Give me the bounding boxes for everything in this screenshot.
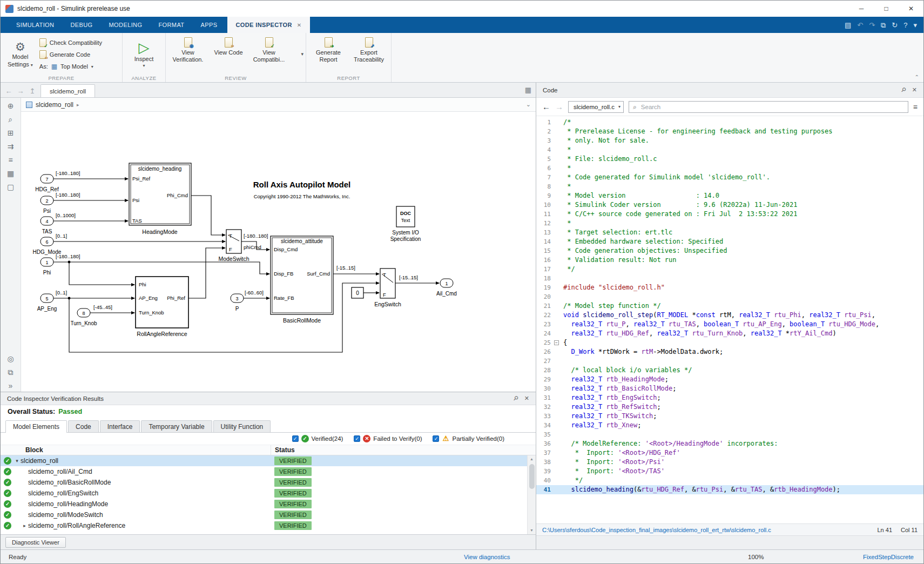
viewmarks-icon[interactable]: ⧉ bbox=[8, 368, 14, 376]
table-row[interactable]: ✓slcidemo_roll/Ail_CmdVERIFIED bbox=[1, 466, 536, 477]
filter-verified[interactable]: ✓✓Verified(24) bbox=[292, 435, 343, 442]
block-constant-zero[interactable]: 0 bbox=[352, 287, 363, 298]
export-traceability-button[interactable]: Export Traceability bbox=[350, 36, 388, 73]
outport-ail-cmd[interactable]: 1 Ail_Cmd bbox=[436, 279, 457, 297]
file-dropdown[interactable]: slcidemo_roll.c ▾ bbox=[568, 101, 624, 113]
fit-view-icon[interactable]: ⊞ bbox=[8, 129, 14, 137]
undo-icon[interactable]: ↶ bbox=[857, 22, 863, 29]
browse-icon[interactable]: ⊕ bbox=[8, 102, 14, 110]
annotation-icon[interactable]: ≡ bbox=[8, 156, 12, 164]
ribbon-tab-apps[interactable]: APPS bbox=[192, 17, 225, 33]
results-tab-interface[interactable]: Interface bbox=[100, 420, 140, 432]
filter-failed[interactable]: ✓✕Failed to Verify(0) bbox=[354, 435, 422, 442]
checkbox-failed[interactable]: ✓ bbox=[354, 435, 360, 442]
close-button[interactable]: ✕ bbox=[899, 1, 923, 17]
redo-icon[interactable]: ↷ bbox=[869, 22, 875, 29]
block-heading-mode[interactable]: slcidemo_heading Psi_Ref Psi TAS Phi_Cmd… bbox=[129, 163, 191, 235]
inport-turn-knob[interactable]: 8 Turn_Knob [-45..45] bbox=[70, 304, 112, 326]
view-compatibility-button[interactable]: View Compatibi... bbox=[250, 36, 288, 73]
block-diagram[interactable]: Roll Axis Autopilot Model Copyright 1990… bbox=[21, 112, 536, 392]
capture-icon[interactable]: ⧉ bbox=[881, 22, 886, 29]
column-status[interactable]: Status bbox=[271, 445, 527, 455]
expand-strip-icon[interactable]: » bbox=[9, 382, 13, 390]
diagnostic-viewer-button[interactable]: Diagnostic Viewer bbox=[5, 537, 66, 548]
table-scrollbar[interactable]: ▲ ▼ bbox=[527, 455, 536, 534]
more-icon[interactable]: ▾ bbox=[913, 22, 917, 29]
update-model-icon[interactable]: ↻ bbox=[892, 22, 898, 29]
generate-report-button[interactable]: Generate Report bbox=[309, 36, 347, 73]
file-path[interactable]: C:\Users\sferdous\Code_inspection_final_… bbox=[542, 527, 868, 533]
code-forward-icon[interactable]: → bbox=[555, 103, 563, 111]
image-icon[interactable]: ▦ bbox=[7, 170, 14, 177]
inport-ap-eng[interactable]: 5 AP_Eng [0..1] bbox=[37, 290, 67, 312]
results-tab-utility-function[interactable]: Utility Function bbox=[213, 420, 271, 432]
scrollbar-thumb[interactable] bbox=[529, 464, 535, 489]
expander-icon[interactable]: ▾ bbox=[14, 458, 21, 464]
results-tab-model-elements[interactable]: Model Elements bbox=[5, 420, 67, 433]
code-editor[interactable]: 1/*2 * Prerelease License - for engineer… bbox=[536, 116, 923, 523]
results-tab-code[interactable]: Code bbox=[68, 420, 99, 432]
pin-icon[interactable]: ⚲ bbox=[511, 394, 520, 402]
block-roll-angle-reference[interactable]: Phi AP_Eng Turn_Knob Phi_Ref RollAngleRe… bbox=[136, 277, 188, 337]
view-verification-button[interactable]: View Verification. bbox=[169, 36, 207, 73]
check-compatibility-button[interactable]: Check Compatibility bbox=[39, 37, 102, 48]
inport-p[interactable]: 3 P [-60..60] bbox=[231, 290, 264, 312]
view-code-button[interactable]: View Code bbox=[210, 36, 247, 73]
inport-phi[interactable]: 1 Phi [-180..180] bbox=[41, 253, 80, 276]
ribbon-tab-format[interactable]: FORMAT bbox=[150, 17, 192, 33]
forward-icon[interactable]: → bbox=[15, 84, 26, 97]
solver-name[interactable]: FixedStepDiscrete bbox=[863, 554, 914, 560]
search-input[interactable] bbox=[640, 103, 904, 111]
inport-hdg-mode[interactable]: 6 HDG_Mode [0..1] bbox=[33, 233, 68, 255]
fold-icon[interactable]: − bbox=[554, 340, 559, 345]
expander-icon[interactable]: ▸ bbox=[21, 523, 28, 528]
code-back-icon[interactable]: ← bbox=[542, 103, 550, 111]
results-tab-temporary-variable[interactable]: Temporary Variable bbox=[141, 420, 212, 432]
back-icon[interactable]: ← bbox=[3, 84, 15, 97]
ribbon-tab-code-inspector[interactable]: CODE INSPECTOR✕ bbox=[227, 17, 309, 33]
checkbox-partial[interactable]: ✓ bbox=[433, 435, 439, 442]
table-row[interactable]: ✓slcidemo_roll/EngSwitchVERIFIED bbox=[1, 488, 536, 499]
inport-psi[interactable]: 2 Psi [-180..180] bbox=[41, 192, 80, 214]
area-icon[interactable]: ▢ bbox=[7, 183, 14, 191]
zoom-icon[interactable]: ⌕ bbox=[9, 116, 13, 123]
checkbox-verified[interactable]: ✓ bbox=[292, 435, 299, 442]
minimize-button[interactable]: ─ bbox=[849, 1, 874, 17]
menu-icon[interactable]: ≡ bbox=[913, 103, 918, 111]
model-document-tab[interactable]: slcidemo_roll bbox=[41, 84, 95, 97]
code-close-icon[interactable]: ✕ bbox=[912, 86, 917, 93]
ribbon-tab-debug[interactable]: DEBUG bbox=[62, 17, 100, 33]
block-basic-roll-mode[interactable]: slcidemo_attitude Disp_Cmd Disp_FB Rate_… bbox=[271, 236, 333, 324]
model-settings-button[interactable]: ⚙ Model Settings ▾ bbox=[4, 36, 37, 73]
inspect-button[interactable]: ▷ Inspect ▾ bbox=[131, 36, 157, 73]
close-panel-icon[interactable]: ✕ bbox=[524, 395, 529, 402]
review-more-dropdown[interactable]: ▾ bbox=[301, 51, 303, 57]
generate-code-button[interactable]: Generate Code bbox=[39, 49, 102, 60]
column-block[interactable]: Block bbox=[1, 446, 43, 454]
ribbon-tab-simulation[interactable]: SIMULATION bbox=[8, 17, 62, 33]
ribbon-tab-modeling[interactable]: MODELING bbox=[101, 17, 151, 33]
table-row[interactable]: ✓▸slcidemo_roll/RollAngleReferenceVERIFI… bbox=[1, 520, 536, 531]
view-diagnostics-link[interactable]: View diagnostics bbox=[464, 554, 510, 560]
up-to-parent-icon[interactable]: ↥ bbox=[26, 84, 38, 97]
inport-tas[interactable]: 4 TAS [0..1000] bbox=[41, 212, 76, 234]
block-doc-text[interactable]: DOC Text System I/O Specification bbox=[390, 206, 421, 242]
filter-partial[interactable]: ✓⚠Partially Verified(0) bbox=[433, 435, 504, 442]
breadcrumb-model[interactable]: slcidemo_roll bbox=[36, 101, 73, 109]
screenshot-icon[interactable]: ◎ bbox=[7, 355, 14, 362]
close-tab-icon[interactable]: ✕ bbox=[297, 22, 302, 28]
as-top-model-dropdown[interactable]: As: ▦ Top Model ▾ bbox=[39, 61, 102, 72]
inport-hdg-ref[interactable]: 7 HDG_Ref [-180..180] bbox=[35, 170, 80, 192]
save-icon[interactable]: ▤ bbox=[845, 22, 851, 29]
signal-routing-icon[interactable]: ⇉ bbox=[8, 143, 14, 150]
breadcrumb-dropdown-icon[interactable]: ⌄ bbox=[526, 101, 531, 108]
table-row[interactable]: ✓slcidemo_roll/HeadingModeVERIFIED bbox=[1, 499, 536, 509]
code-pin-icon[interactable]: ⚲ bbox=[899, 86, 907, 94]
table-row[interactable]: ✓slcidemo_roll/ModeSwitchVERIFIED bbox=[1, 509, 536, 520]
panel-toggle-icon[interactable]: ▦ bbox=[525, 86, 531, 94]
collapse-toolstrip-icon[interactable]: ⌃ bbox=[915, 74, 919, 80]
maximize-button[interactable]: □ bbox=[874, 1, 899, 17]
block-eng-switch[interactable]: T F EngSwitch bbox=[374, 268, 401, 307]
help-icon[interactable]: ? bbox=[903, 22, 907, 29]
table-row[interactable]: ✓slcidemo_roll/BasicRollModeVERIFIED bbox=[1, 477, 536, 488]
